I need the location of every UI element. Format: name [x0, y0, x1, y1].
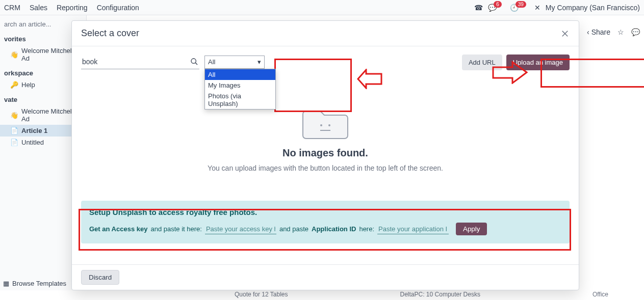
- app-name[interactable]: CRM: [4, 4, 20, 12]
- modal-footer: Discard: [72, 264, 579, 290]
- hand-icon: 👋: [10, 51, 18, 59]
- article-label: Article 1: [21, 127, 47, 134]
- star-icon[interactable]: ☆: [617, 28, 624, 36]
- hand-icon: 👋: [10, 112, 18, 119]
- unsplash-text-3: here:: [359, 225, 374, 233]
- search-input-wrap: [81, 54, 199, 69]
- modal-header: Select a cover: [72, 21, 579, 46]
- browse-templates-label: Browse Templates: [12, 280, 66, 287]
- grid-icon: ▦: [3, 280, 9, 287]
- unsplash-form-row: Get an Access key and paste it here: and…: [89, 223, 561, 235]
- share-bar: ‹ Share ☆ 💬: [587, 28, 640, 36]
- top-menu-left: CRM Sales Reporting Configuration: [4, 4, 139, 12]
- modal-body: All ▾ All My Images Photos (via Unsplash…: [72, 46, 579, 264]
- access-key-input[interactable]: [205, 224, 276, 234]
- bg-card-b: DeltaPC: 10 Computer Desks: [400, 291, 480, 300]
- empty-state: No images found. You can upload images w…: [81, 100, 570, 172]
- untitled-label: Untitled: [21, 139, 44, 146]
- svg-line-3: [195, 63, 197, 65]
- menu-configuration[interactable]: Configuration: [97, 4, 139, 12]
- bg-card-a: Quote for 12 Tables: [235, 291, 288, 300]
- empty-folder-icon: [300, 100, 351, 141]
- get-access-key-link[interactable]: Get an Access key: [89, 225, 147, 233]
- search-icon[interactable]: [190, 58, 198, 66]
- unsplash-title: Setup Unsplash to access royalty free ph…: [89, 208, 561, 216]
- filter-option-unsplash[interactable]: Photos (via Unsplash): [205, 91, 275, 109]
- share-label: Share: [591, 28, 610, 36]
- add-url-button[interactable]: Add URL: [462, 54, 502, 70]
- company-switcher[interactable]: My Company (San Francisco): [546, 4, 640, 12]
- filter-option-my-images[interactable]: My Images: [205, 80, 275, 91]
- modal-title: Select a cover: [81, 28, 139, 39]
- background-kanban: Quote for 12 Tables DeltaPC: 10 Computer…: [87, 291, 644, 300]
- share-button[interactable]: ‹ Share: [587, 28, 610, 36]
- select-cover-modal: Select a cover All ▾ All My Images Photo…: [71, 20, 579, 290]
- clock-badge: 39: [516, 1, 526, 8]
- unsplash-text-2: and paste: [279, 225, 308, 233]
- modal-actions: Add URL Upload an image: [462, 54, 570, 70]
- comment-icon[interactable]: 💬: [631, 28, 640, 36]
- chevron-down-icon: ▾: [257, 58, 261, 66]
- menu-reporting[interactable]: Reporting: [57, 4, 88, 12]
- file-icon: 📄: [10, 139, 18, 146]
- filter-option-all[interactable]: All: [205, 69, 275, 80]
- svg-point-2: [191, 59, 196, 63]
- top-menu-right: ☎ 💬 6 🕘 39 ✕ My Company (San Francisco): [474, 4, 640, 12]
- filter-dropdown: All My Images Photos (via Unsplash): [204, 69, 276, 110]
- menu-sales[interactable]: Sales: [30, 4, 47, 12]
- empty-subtitle: You can upload images with the button lo…: [81, 164, 570, 172]
- unsplash-text-1: and paste it here:: [150, 225, 201, 233]
- application-id-input[interactable]: [377, 224, 449, 234]
- tools-icon[interactable]: ✕: [534, 4, 540, 12]
- empty-title: No images found.: [81, 147, 570, 159]
- filter-select[interactable]: All ▾ All My Images Photos (via Unsplash…: [204, 56, 265, 69]
- search-input[interactable]: [81, 54, 199, 69]
- unsplash-appid-bold: Application ID: [312, 225, 356, 233]
- top-menubar: CRM Sales Reporting Configuration ☎ 💬 6 …: [0, 0, 644, 15]
- upload-image-button[interactable]: Upload an image: [506, 54, 570, 70]
- chat-badge: 6: [494, 1, 502, 8]
- apply-button[interactable]: Apply: [456, 223, 487, 235]
- file-icon: 📄: [10, 127, 18, 134]
- unsplash-setup-box: Setup Unsplash to access royalty free ph…: [81, 201, 570, 243]
- browse-templates[interactable]: ▦Browse Templates: [3, 280, 66, 287]
- bg-card-c: Office: [593, 291, 608, 300]
- workspace-help-label: Help: [21, 81, 35, 89]
- close-icon[interactable]: [560, 29, 570, 38]
- phone-icon[interactable]: ☎: [474, 4, 483, 12]
- discard-button[interactable]: Discard: [81, 270, 119, 285]
- key-icon: 🔑: [10, 81, 18, 89]
- svg-point-4: [320, 124, 322, 126]
- svg-point-5: [328, 124, 330, 126]
- filter-selected-label: All: [208, 58, 215, 66]
